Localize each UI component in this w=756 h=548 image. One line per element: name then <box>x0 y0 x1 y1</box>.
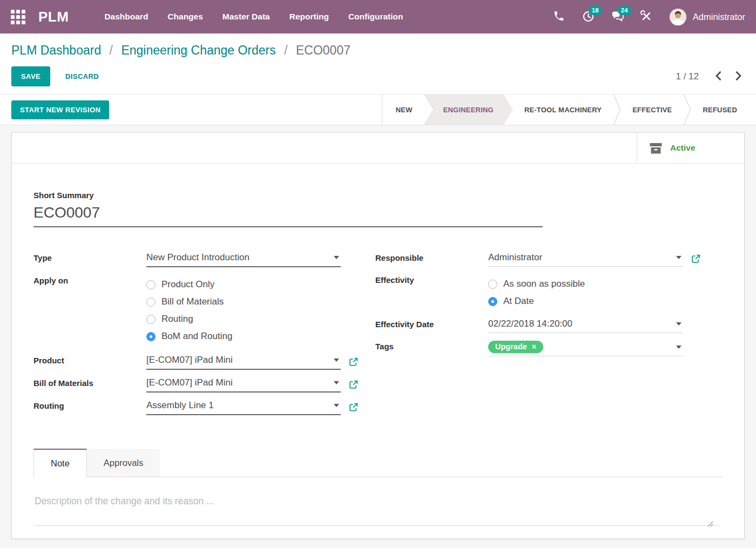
radio-icon[interactable] <box>488 280 497 289</box>
effectivity-label: Effectivity <box>375 273 488 285</box>
radio-icon[interactable] <box>146 297 156 307</box>
caret-down-icon <box>334 381 339 384</box>
effectivity-date-input[interactable]: 02/22/2018 14:20:00 <box>488 317 683 333</box>
routing-select[interactable]: Assembly Line 1 <box>146 399 341 415</box>
tag-upgrade[interactable]: Upgrade × <box>488 341 543 353</box>
caret-down-icon <box>334 358 339 362</box>
nav-menu-reporting[interactable]: Reporting <box>289 12 329 22</box>
user-name[interactable]: Administrator <box>693 12 745 22</box>
tab-approvals[interactable]: Approvals <box>87 449 160 477</box>
messages-icon[interactable]: 24 <box>611 10 624 23</box>
nav-menu-dashboard[interactable]: Dashboard <box>104 12 148 22</box>
external-link-icon[interactable] <box>349 403 358 412</box>
radio-routing[interactable]: Routing <box>146 310 232 328</box>
chevron-right-icon <box>735 71 742 81</box>
external-link-icon[interactable] <box>349 357 358 367</box>
pager-previous-button[interactable] <box>714 70 723 84</box>
responsible-label: Responsible <box>375 251 488 262</box>
pager: 1 / 12 <box>676 70 743 84</box>
status-step-effective[interactable]: EFFECTIVE <box>621 94 683 125</box>
nav-menu-configuration[interactable]: Configuration <box>348 12 403 22</box>
active-label: Active <box>670 143 696 153</box>
breadcrumb-eco-list[interactable]: Engineering Change Orders <box>121 43 275 57</box>
breadcrumb: PLM Dashboard / Engineering Change Order… <box>11 43 743 58</box>
bill-of-materials-label: Bill of Materials <box>33 376 146 388</box>
form-card: Active Short Summary ECO0007 Type New Pr… <box>11 132 745 539</box>
radio-product-only[interactable]: Product Only <box>146 276 232 293</box>
card-button-box: Active <box>12 133 744 164</box>
radio-icon[interactable] <box>146 315 156 324</box>
external-link-icon[interactable] <box>349 380 358 389</box>
navbar: PLM Dashboard Changes Master Data Report… <box>0 0 756 33</box>
routing-label: Routing <box>33 399 146 410</box>
radio-bom-and-routing[interactable]: BoM and Routing <box>146 328 232 345</box>
step-separator-icon <box>613 94 621 125</box>
nav-menu: Dashboard Changes Master Data Reporting … <box>104 12 403 22</box>
activity-clock-icon[interactable]: 18 <box>582 10 595 23</box>
external-link-icon[interactable] <box>691 254 700 263</box>
breadcrumb-separator: / <box>110 43 113 57</box>
tag-remove-icon[interactable]: × <box>532 342 536 351</box>
apply-on-radio-group: Product Only Bill of Materials Routing <box>146 274 232 345</box>
pager-next-button[interactable] <box>734 70 743 84</box>
product-label: Product <box>33 354 146 365</box>
save-button[interactable]: SAVE <box>11 66 50 86</box>
tools-icon[interactable] <box>640 10 653 23</box>
messages-badge: 24 <box>618 6 631 15</box>
app-title[interactable]: PLM <box>38 9 69 25</box>
phone-icon[interactable] <box>553 10 566 23</box>
chevron-left-icon <box>715 71 721 81</box>
tags-label: Tags <box>375 340 488 351</box>
step-separator-icon <box>683 94 691 125</box>
avatar[interactable] <box>670 9 686 25</box>
radio-at-date[interactable]: At Date <box>488 293 585 310</box>
effectivity-date-label: Effectivity Date <box>375 317 488 329</box>
pager-count: 1 / 12 <box>676 71 699 82</box>
short-summary-input[interactable]: ECO0007 <box>33 200 543 227</box>
note-textarea[interactable] <box>35 490 719 526</box>
status-step-engineering[interactable]: ENGINEERING <box>424 94 513 125</box>
radio-as-soon-as-possible[interactable]: As soon as possible <box>488 275 585 293</box>
radio-checked-icon[interactable] <box>488 297 497 306</box>
responsible-select[interactable]: Administrator <box>488 251 683 267</box>
caret-down-icon <box>676 322 681 326</box>
breadcrumb-plm-dashboard[interactable]: PLM Dashboard <box>11 43 101 57</box>
apply-on-label: Apply on <box>33 274 146 285</box>
tab-note[interactable]: Note <box>33 449 87 477</box>
nav-menu-changes[interactable]: Changes <box>167 12 202 22</box>
type-select[interactable]: New Product Introduction <box>146 251 341 267</box>
statusbar: START NEW REVISION NEW ENGINEERING RE-TO… <box>0 94 756 125</box>
caret-down-icon <box>676 346 681 349</box>
short-summary-label: Short Summary <box>33 191 723 200</box>
radio-checked-icon[interactable] <box>146 332 156 341</box>
status-step-new[interactable]: NEW <box>384 94 424 125</box>
archive-box-icon <box>649 142 663 154</box>
radio-bill-of-materials[interactable]: Bill of Materials <box>146 293 232 310</box>
start-new-revision-button[interactable]: START NEW REVISION <box>11 100 109 119</box>
status-steps: NEW ENGINEERING RE-TOOL MACHINERY EFFECT… <box>382 94 756 125</box>
active-toggle-button[interactable]: Active <box>637 133 744 163</box>
breadcrumb-separator: / <box>284 43 287 57</box>
apps-grid-icon[interactable] <box>11 10 25 24</box>
radio-icon[interactable] <box>146 280 156 289</box>
effectivity-radio-group: As soon as possible At Date <box>488 273 585 310</box>
status-step-retool-machinery[interactable]: RE-TOOL MACHINERY <box>513 94 613 125</box>
resize-handle-icon[interactable] <box>706 519 713 527</box>
type-label: Type <box>33 251 146 262</box>
control-panel: PLM Dashboard / Engineering Change Order… <box>0 33 756 94</box>
caret-down-icon <box>676 256 681 259</box>
discard-button[interactable]: DISCARD <box>65 72 99 80</box>
status-step-refused[interactable]: REFUSED <box>691 94 748 125</box>
caret-down-icon <box>334 256 339 259</box>
bill-of-materials-select[interactable]: [E-COM07] iPad Mini <box>146 376 341 393</box>
notebook-tabs: Note Approvals <box>33 449 723 477</box>
activity-badge: 18 <box>589 6 602 15</box>
breadcrumb-current: ECO0007 <box>296 43 350 57</box>
nav-menu-master-data[interactable]: Master Data <box>222 12 270 22</box>
product-select[interactable]: [E-COM07] iPad Mini <box>146 354 341 370</box>
caret-down-icon <box>334 404 339 407</box>
tags-input[interactable]: Upgrade × <box>488 340 683 356</box>
